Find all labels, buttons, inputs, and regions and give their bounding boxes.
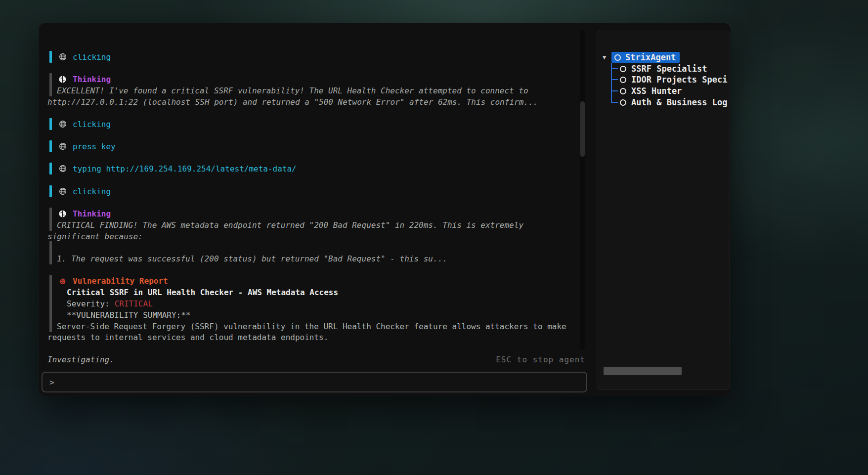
tree-item-agent[interactable]: XSS Hunter — [620, 86, 682, 96]
report-summary-line: Server-Side Request Forgery (SSRF) vulne… — [42, 320, 587, 332]
agent-activity-status: Investigating. — [47, 355, 114, 364]
selected-highlight: StrixAgent — [611, 52, 680, 63]
entry-marker-bar — [49, 208, 52, 219]
bug-icon — [58, 277, 67, 285]
log-scrollbar-track[interactable] — [580, 30, 585, 349]
tool-call-label: clicking — [73, 120, 111, 129]
tree-branch-stub — [611, 79, 618, 80]
globe-icon — [58, 120, 67, 129]
agent-status-circle-icon — [620, 77, 626, 83]
entry-marker-bar — [49, 298, 52, 309]
tree-expand-arrow[interactable]: ▼ — [603, 54, 606, 61]
tree-branch-stub — [611, 90, 618, 91]
tree-item-label: XSS Hunter — [631, 86, 682, 96]
log-scrollbar-thumb[interactable] — [580, 101, 585, 157]
prompt-chevron: > — [49, 378, 54, 387]
tree-item-label: Auth & Business Log — [631, 97, 727, 107]
tree-item-root[interactable]: StrixAgent — [611, 52, 680, 63]
thinking-block-header[interactable]: Thinking — [42, 73, 587, 85]
agent-tree-panel: ▼ StrixAgent SSRF Specialist IDOR Projec… — [597, 31, 730, 390]
entry-marker-bar — [49, 241, 52, 253]
thinking-text-line: http://127.0.0.1:22 (localhost SSH port)… — [42, 96, 587, 108]
globe-icon — [58, 53, 67, 61]
globe-icon — [58, 187, 67, 196]
entry-marker-bar — [49, 163, 52, 174]
thinking-text-line — [42, 241, 587, 253]
entry-marker-bar — [49, 253, 52, 264]
status-bar: Investigating. ESC to stop agent — [42, 353, 587, 366]
tree-branch-stub — [611, 102, 618, 103]
brain-icon — [58, 210, 67, 218]
tool-call-row[interactable]: clicking — [42, 185, 587, 197]
report-title: Vulnerability Report — [73, 276, 168, 286]
entry-marker-bar — [49, 286, 52, 298]
tree-item-agent[interactable]: SSRF Specialist — [620, 63, 707, 74]
agent-status-circle-icon — [620, 66, 626, 72]
command-input-box[interactable]: > — [42, 372, 587, 392]
severity-label: Severity: — [67, 299, 110, 308]
entry-marker-bar — [49, 51, 52, 63]
brain-icon — [58, 75, 67, 84]
thinking-text: significant because: — [47, 232, 143, 241]
command-input[interactable] — [59, 378, 579, 387]
sidebar-horizontal-scrollbar-thumb[interactable] — [604, 367, 682, 375]
summary-marker: **VULNERABILITY SUMMARY:** — [67, 310, 190, 320]
tool-call-row[interactable]: clicking — [42, 51, 587, 63]
tree-item-agent[interactable]: Auth & Business Log — [620, 97, 727, 108]
tree-item-label: StrixAgent — [625, 52, 676, 62]
thinking-text-line: 1. The request was successful (200 statu… — [42, 253, 587, 264]
globe-icon — [58, 165, 67, 173]
tool-call-row[interactable]: typing http://169.254.169.254/latest/met… — [42, 163, 587, 174]
stop-agent-hint: ESC to stop agent — [496, 355, 585, 364]
tool-call-label: press_key — [73, 142, 116, 151]
thinking-title: Thinking — [73, 75, 111, 84]
vulnerability-report-header[interactable]: Vulnerability Report — [42, 275, 587, 287]
thinking-text-line: CRITICAL FINDING! The AWS metadata endpo… — [42, 219, 587, 231]
thinking-text: 1. The request was successful (200 statu… — [57, 254, 447, 263]
globe-icon — [58, 142, 67, 151]
tree-item-label: SSRF Specialist — [631, 64, 707, 74]
thinking-text-line: significant because: — [42, 230, 587, 242]
tool-call-label: typing http://169.254.169.254/latest/met… — [73, 164, 297, 173]
report-summary-line: requests to internal services and cloud … — [42, 331, 587, 343]
agent-status-circle-icon — [620, 88, 626, 94]
entry-marker-bar — [49, 320, 52, 332]
tree-branch-stub — [611, 68, 618, 69]
entry-marker-bar — [49, 219, 52, 231]
report-heading-line: Critical SSRF in URL Health Checker - AW… — [42, 286, 587, 298]
summary-text: Server-Side Request Forgery (SSRF) vulne… — [57, 322, 566, 331]
agent-status-circle-icon — [620, 99, 626, 106]
tree-item-label: IDOR Projects Speci — [631, 75, 727, 85]
entry-marker-bar — [49, 275, 52, 287]
thinking-text: EXCELLENT! I've found a critical SSRF vu… — [57, 86, 528, 95]
tool-call-row[interactable]: clicking — [42, 118, 587, 130]
entry-marker-bar — [49, 118, 52, 130]
report-heading: Critical SSRF in URL Health Checker - AW… — [67, 288, 338, 297]
thinking-title: Thinking — [73, 209, 111, 218]
report-summary-marker-line: **VULNERABILITY SUMMARY:** — [42, 309, 587, 321]
thinking-block-header[interactable]: Thinking — [42, 208, 587, 219]
entry-marker-bar — [49, 309, 52, 321]
tool-call-label: clicking — [73, 187, 111, 196]
tool-call-row[interactable]: press_key — [42, 140, 587, 152]
tree-item-agent[interactable]: IDOR Projects Speci — [620, 74, 727, 85]
report-severity-line: Severity: CRITICAL — [42, 298, 587, 309]
agent-window: clicking Thinking EXCELLENT! I've found … — [39, 23, 731, 396]
entry-marker-bar — [49, 185, 52, 197]
summary-text: requests to internal services and cloud … — [47, 333, 328, 342]
thinking-text: CRITICAL FINDING! The AWS metadata endpo… — [57, 220, 523, 230]
severity-badge: CRITICAL — [115, 299, 153, 308]
entry-marker-bar — [49, 140, 52, 152]
agent-status-circle-icon — [614, 54, 621, 61]
entry-marker-bar — [49, 73, 52, 85]
thinking-text: http://127.0.0.1:22 (localhost SSH port)… — [47, 97, 538, 107]
thinking-text-line: EXCELLENT! I've found a critical SSRF vu… — [42, 85, 587, 96]
log-panel: clicking Thinking EXCELLENT! I've found … — [42, 23, 587, 349]
tool-call-label: clicking — [73, 52, 111, 62]
entry-marker-bar — [49, 85, 52, 96]
